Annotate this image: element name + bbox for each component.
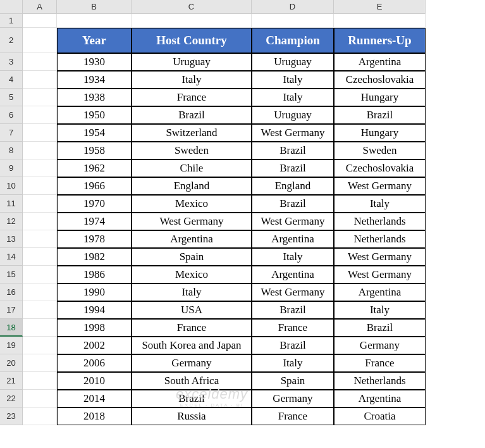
cell-year[interactable]: 1974 xyxy=(57,213,132,230)
cell-year[interactable]: 1970 xyxy=(57,195,132,213)
column-header-D[interactable]: D xyxy=(252,0,334,14)
cell-year[interactable]: 1962 xyxy=(57,159,132,177)
cell-runnersup[interactable]: West Germany xyxy=(334,266,426,283)
table-header-champion[interactable]: Champion xyxy=(252,28,334,53)
cell-A20[interactable] xyxy=(23,354,57,372)
cell-B1[interactable] xyxy=(57,14,132,28)
cell-A13[interactable] xyxy=(23,230,57,248)
cell-year[interactable]: 1998 xyxy=(57,319,132,337)
row-header-23[interactable]: 23 xyxy=(0,408,23,425)
cell-A21[interactable] xyxy=(23,372,57,390)
table-header-runnersup[interactable]: Runners-Up xyxy=(334,28,426,53)
table-header-host[interactable]: Host Country xyxy=(132,28,252,53)
cell-year[interactable]: 1986 xyxy=(57,266,132,283)
row-header-17[interactable]: 17 xyxy=(0,301,23,319)
row-header-21[interactable]: 21 xyxy=(0,372,23,390)
cell-champion[interactable]: West Germany xyxy=(252,283,334,301)
cell-host[interactable]: Italy xyxy=(132,283,252,301)
cell-champion[interactable]: West Germany xyxy=(252,124,334,142)
cell-A16[interactable] xyxy=(23,283,57,301)
cell-A5[interactable] xyxy=(23,89,57,106)
cell-champion[interactable]: Italy xyxy=(252,71,334,89)
cell-year[interactable]: 2002 xyxy=(57,337,132,354)
row-header-13[interactable]: 13 xyxy=(0,230,23,248)
cell-A2[interactable] xyxy=(23,28,57,53)
cell-champion[interactable]: Uruguay xyxy=(252,106,334,124)
cell-runnersup[interactable]: Argentina xyxy=(334,283,426,301)
cell-host[interactable]: Spain xyxy=(132,248,252,266)
cell-year[interactable]: 1958 xyxy=(57,142,132,159)
cell-champion[interactable]: Uruguay xyxy=(252,53,334,71)
cell-year[interactable]: 1966 xyxy=(57,177,132,195)
cell-host[interactable]: France xyxy=(132,89,252,106)
row-header-14[interactable]: 14 xyxy=(0,248,23,266)
cell-host[interactable]: USA xyxy=(132,301,252,319)
row-header-9[interactable]: 9 xyxy=(0,159,23,177)
cell-year[interactable]: 1954 xyxy=(57,124,132,142)
cell-runnersup[interactable]: Netherlands xyxy=(334,230,426,248)
cell-runnersup[interactable]: Argentina xyxy=(334,53,426,71)
spreadsheet-grid[interactable]: ABCDE12YearHost CountryChampionRunners-U… xyxy=(0,0,485,425)
cell-A17[interactable] xyxy=(23,301,57,319)
cell-year[interactable]: 1990 xyxy=(57,283,132,301)
cell-runnersup[interactable]: Germany xyxy=(334,337,426,354)
cell-host[interactable]: Brazil xyxy=(132,106,252,124)
row-header-20[interactable]: 20 xyxy=(0,354,23,372)
cell-runnersup[interactable]: Croatia xyxy=(334,408,426,425)
table-header-year[interactable]: Year xyxy=(57,28,132,53)
cell-year[interactable]: 1978 xyxy=(57,230,132,248)
row-header-10[interactable]: 10 xyxy=(0,177,23,195)
row-header-19[interactable]: 19 xyxy=(0,337,23,354)
cell-host[interactable]: Italy xyxy=(132,71,252,89)
cell-year[interactable]: 2010 xyxy=(57,372,132,390)
cell-champion[interactable]: West Germany xyxy=(252,213,334,230)
row-header-4[interactable]: 4 xyxy=(0,71,23,89)
cell-A1[interactable] xyxy=(23,14,57,28)
cell-host[interactable]: Russia xyxy=(132,408,252,425)
row-header-5[interactable]: 5 xyxy=(0,89,23,106)
row-header-6[interactable]: 6 xyxy=(0,106,23,124)
column-header-E[interactable]: E xyxy=(334,0,426,14)
column-header-A[interactable]: A xyxy=(23,0,57,14)
cell-A9[interactable] xyxy=(23,159,57,177)
cell-host[interactable]: Argentina xyxy=(132,230,252,248)
cell-year[interactable]: 1994 xyxy=(57,301,132,319)
cell-year[interactable]: 1930 xyxy=(57,53,132,71)
cell-champion[interactable]: Brazil xyxy=(252,195,334,213)
cell-champion[interactable]: Italy xyxy=(252,248,334,266)
cell-champion[interactable]: Brazil xyxy=(252,301,334,319)
row-header-1[interactable]: 1 xyxy=(0,14,23,28)
cell-D1[interactable] xyxy=(252,14,334,28)
cell-runnersup[interactable]: Netherlands xyxy=(334,372,426,390)
column-header-B[interactable]: B xyxy=(57,0,132,14)
row-header-8[interactable]: 8 xyxy=(0,142,23,159)
cell-A15[interactable] xyxy=(23,266,57,283)
row-header-11[interactable]: 11 xyxy=(0,195,23,213)
cell-runnersup[interactable]: Argentina xyxy=(334,390,426,408)
cell-E1[interactable] xyxy=(334,14,426,28)
row-header-7[interactable]: 7 xyxy=(0,124,23,142)
cell-year[interactable]: 1982 xyxy=(57,248,132,266)
cell-champion[interactable]: Brazil xyxy=(252,337,334,354)
cell-A18[interactable] xyxy=(23,319,57,337)
cell-year[interactable]: 1934 xyxy=(57,71,132,89)
cell-runnersup[interactable]: Italy xyxy=(334,195,426,213)
cell-champion[interactable]: France xyxy=(252,408,334,425)
cell-host[interactable]: Mexico xyxy=(132,266,252,283)
cell-year[interactable]: 2006 xyxy=(57,354,132,372)
cell-runnersup[interactable]: West Germany xyxy=(334,248,426,266)
row-header-16[interactable]: 16 xyxy=(0,283,23,301)
cell-A4[interactable] xyxy=(23,71,57,89)
cell-runnersup[interactable]: Brazil xyxy=(334,106,426,124)
row-header-18[interactable]: 18 xyxy=(0,319,23,337)
cell-A7[interactable] xyxy=(23,124,57,142)
cell-year[interactable]: 2014 xyxy=(57,390,132,408)
cell-year[interactable]: 1938 xyxy=(57,89,132,106)
row-header-22[interactable]: 22 xyxy=(0,390,23,408)
row-header-2[interactable]: 2 xyxy=(0,28,23,53)
cell-year[interactable]: 2018 xyxy=(57,408,132,425)
cell-runnersup[interactable]: Hungary xyxy=(334,89,426,106)
cell-host[interactable]: South Africa xyxy=(132,372,252,390)
cell-C1[interactable] xyxy=(132,14,252,28)
cell-host[interactable]: Uruguay xyxy=(132,53,252,71)
